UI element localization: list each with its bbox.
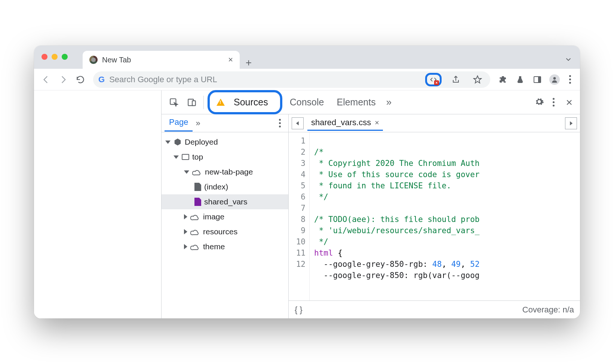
content-area: Sources Console Elements » × Page » [34, 90, 580, 318]
coverage-label: Coverage: n/a [522, 305, 574, 315]
editor-nav-prev[interactable] [292, 117, 304, 129]
frame-icon [182, 154, 189, 160]
chrome-icon [89, 56, 98, 64]
devtools-tabbar: Sources Console Elements » × [162, 90, 580, 114]
tree-node-newtabpage[interactable]: new-tab-page [162, 164, 288, 179]
tree-label: (index) [204, 182, 228, 191]
forward-button[interactable] [56, 72, 71, 87]
chevron-right-icon [184, 214, 187, 219]
svg-rect-1 [538, 77, 541, 83]
tab-close-button[interactable]: × [228, 55, 233, 65]
cloud-icon [190, 213, 200, 220]
tree-node-resources[interactable]: resources [162, 224, 288, 239]
minimize-window-button[interactable] [52, 54, 58, 60]
devtools-settings-button[interactable] [534, 97, 544, 108]
tab-sources[interactable]: Sources [228, 94, 273, 111]
tree-label: image [203, 212, 224, 221]
tree-label: top [192, 152, 203, 161]
devtools-menu-button[interactable] [548, 98, 559, 107]
editor-tabbar: shared_vars.css × [289, 114, 580, 132]
tree-node-deployed[interactable]: Deployed [162, 135, 288, 149]
tree-node-image[interactable]: image [162, 209, 288, 224]
device-toolbar-button[interactable] [184, 95, 200, 110]
css-file-icon [194, 198, 201, 206]
file-icon [194, 183, 201, 191]
line-gutter: 123456789101112 [289, 132, 310, 300]
tab-elements[interactable]: Elements [331, 94, 381, 111]
new-tab-button[interactable]: + [240, 54, 258, 69]
google-icon: G [98, 75, 105, 84]
source-editor: shared_vars.css × 123456789101112 /* * C… [289, 114, 580, 318]
devtools-close-button[interactable]: × [563, 96, 575, 109]
address-bar[interactable]: G Search Google or type a URL × [93, 71, 490, 88]
bookmark-button[interactable] [470, 72, 485, 87]
navigator-more-tabs[interactable]: » [196, 118, 200, 128]
extension-error-highlight: × [425, 73, 442, 86]
error-badge: × [434, 80, 439, 85]
code-area[interactable]: 123456789101112 /* * Copyright 2020 The … [289, 132, 580, 300]
sources-tab-highlight: Sources [208, 90, 282, 114]
cloud-icon [190, 243, 200, 250]
svg-rect-5 [192, 101, 196, 105]
navigator-menu-button[interactable] [274, 119, 285, 127]
divider [203, 96, 204, 109]
maximize-window-button[interactable] [62, 54, 68, 60]
cloud-icon [190, 228, 200, 235]
inspect-element-button[interactable] [166, 95, 182, 110]
titlebar: New Tab × + [34, 46, 580, 69]
close-window-button[interactable] [42, 54, 47, 60]
chevron-right-icon [184, 244, 187, 249]
sources-navigator: Page » Deployed top [162, 114, 289, 318]
back-button[interactable] [39, 72, 53, 87]
navigator-tab-page[interactable]: Page [165, 115, 193, 132]
chevron-down-icon [184, 170, 189, 174]
tree-label: new-tab-page [205, 167, 253, 176]
devtools-panel: Sources Console Elements » × Page » [161, 90, 580, 318]
tree-label: Deployed [185, 138, 218, 146]
cloud-icon [192, 169, 202, 175]
tree-label: shared_vars [204, 197, 248, 206]
editor-tab[interactable]: shared_vars.css × [307, 115, 383, 131]
tree-node-theme[interactable]: theme [162, 239, 288, 254]
svg-point-2 [553, 77, 556, 80]
browser-tab[interactable]: New Tab × [83, 51, 240, 69]
pretty-print-button[interactable]: { } [295, 305, 303, 315]
chrome-menu-button[interactable] [564, 75, 575, 84]
editor-footer: { } Coverage: n/a [289, 300, 580, 318]
tree-label: resources [203, 227, 237, 236]
tab-console[interactable]: Console [285, 94, 329, 111]
side-panel-button[interactable] [530, 72, 545, 87]
tree-label: theme [203, 242, 225, 251]
chevron-down-icon [174, 155, 179, 159]
share-button[interactable] [448, 72, 463, 87]
page-viewport [34, 90, 161, 318]
tree-node-index[interactable]: (index) [162, 179, 288, 194]
editor-tab-label: shared_vars.css [311, 118, 371, 127]
tabs-dropdown-button[interactable] [564, 55, 572, 69]
address-bar-placeholder: Search Google or type a URL [109, 75, 421, 84]
extensions-button[interactable] [495, 72, 510, 87]
extension-error-icon[interactable]: × [429, 75, 438, 84]
chevron-right-icon [184, 229, 187, 234]
tree-node-shared-vars[interactable]: shared_vars [162, 194, 288, 209]
navigator-tabs: Page » [162, 114, 288, 132]
warning-icon [217, 99, 225, 106]
deployed-icon [174, 138, 182, 146]
reload-button[interactable] [73, 72, 88, 87]
editor-tab-close[interactable]: × [375, 118, 379, 127]
tab-title: New Tab [102, 56, 131, 64]
file-tree: Deployed top new-tab-page [162, 132, 288, 318]
devtools-body: Page » Deployed top [162, 114, 580, 318]
tree-node-top[interactable]: top [162, 149, 288, 164]
browser-window: New Tab × + G Search Google or type a UR… [34, 46, 580, 318]
chevron-down-icon [165, 141, 171, 144]
editor-nav-next[interactable] [565, 117, 577, 129]
window-controls [42, 54, 68, 69]
source-text: /* * Copyright 2020 The Chromium Auth * … [310, 132, 580, 300]
more-tabs-button[interactable]: » [383, 96, 395, 108]
profile-button[interactable] [547, 72, 562, 87]
toolbar: G Search Google or type a URL × [34, 69, 580, 90]
labs-button[interactable] [513, 72, 528, 87]
